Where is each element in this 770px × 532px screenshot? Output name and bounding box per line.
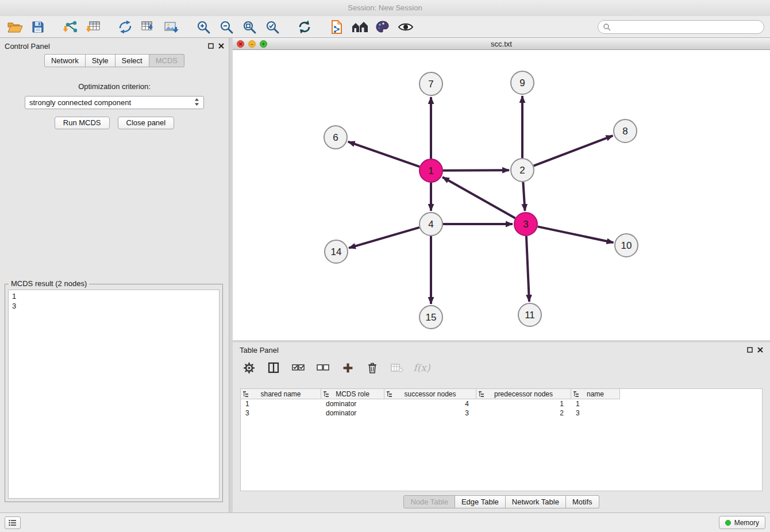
select-all-icon bbox=[292, 363, 305, 372]
style-palette-icon bbox=[375, 20, 390, 34]
zoom-selected-icon bbox=[265, 20, 280, 34]
node-label: 14 bbox=[331, 246, 342, 257]
search-field[interactable] bbox=[598, 20, 764, 34]
export-image-button[interactable] bbox=[162, 18, 180, 36]
maximize-window-button[interactable] bbox=[260, 40, 267, 48]
import-table-button[interactable] bbox=[84, 18, 102, 36]
task-history-button[interactable] bbox=[5, 516, 21, 529]
node-6[interactable]: 6 bbox=[324, 126, 347, 149]
attribute-type-icon bbox=[243, 391, 249, 397]
status-bar: Memory bbox=[0, 512, 770, 532]
minimize-window-button[interactable] bbox=[248, 40, 256, 48]
node-label: 6 bbox=[333, 132, 338, 143]
table-tab-edge-table[interactable]: Edge Table bbox=[455, 495, 506, 508]
table-row[interactable]: 1dominator411 bbox=[241, 399, 762, 408]
close-panel-button[interactable]: Close panel bbox=[118, 117, 175, 129]
node-7[interactable]: 7 bbox=[419, 72, 442, 95]
node-15[interactable]: 15 bbox=[419, 306, 442, 329]
column-header-label: MCDS role bbox=[336, 390, 369, 398]
zoom-selected-button[interactable] bbox=[263, 18, 282, 36]
zoom-in-button[interactable] bbox=[194, 18, 213, 36]
mcds-result-title: MCDS result (2 nodes) bbox=[9, 279, 89, 288]
open-session-button[interactable] bbox=[6, 18, 24, 36]
node-10[interactable]: 10 bbox=[615, 234, 638, 257]
delete-column-icon bbox=[391, 363, 403, 373]
delete-column-button[interactable] bbox=[390, 361, 404, 375]
select-all-button[interactable] bbox=[291, 361, 305, 375]
open-network-view-button[interactable] bbox=[328, 18, 346, 36]
memory-button[interactable]: Memory bbox=[719, 516, 765, 529]
table-tab-motifs[interactable]: Motifs bbox=[566, 495, 599, 508]
zoom-fit-button[interactable] bbox=[240, 18, 259, 36]
delete-row-button[interactable] bbox=[365, 361, 379, 375]
edge-3-11[interactable] bbox=[526, 236, 529, 302]
column-header-MCDS-role[interactable]: MCDS role bbox=[321, 389, 384, 399]
node-1[interactable]: 1 bbox=[419, 159, 442, 182]
edge-2-3[interactable] bbox=[523, 182, 525, 211]
tab-mcds[interactable]: MCDS bbox=[149, 54, 184, 67]
float-table-panel-icon[interactable] bbox=[747, 346, 753, 354]
add-row-button[interactable] bbox=[341, 361, 355, 375]
table-tab-node-table[interactable]: Node Table bbox=[403, 495, 455, 508]
close-table-panel-icon[interactable] bbox=[757, 346, 763, 354]
tab-network[interactable]: Network bbox=[44, 54, 86, 67]
edge-1-2[interactable] bbox=[443, 170, 509, 171]
column-header-shared-name[interactable]: shared name bbox=[241, 389, 321, 399]
column-header-name[interactable]: name bbox=[571, 389, 620, 399]
import-network-button[interactable] bbox=[61, 18, 79, 36]
zoom-in-icon bbox=[196, 20, 211, 34]
edge-3-10[interactable] bbox=[538, 226, 614, 242]
edge-1-6[interactable] bbox=[348, 142, 419, 167]
export-table-button[interactable] bbox=[139, 18, 157, 36]
refresh-view-button[interactable] bbox=[295, 18, 314, 36]
main-toolbar bbox=[0, 16, 770, 38]
node-label: 8 bbox=[622, 126, 627, 137]
show-graphics-details-button[interactable] bbox=[396, 18, 415, 36]
function-builder-button[interactable]: f(x) bbox=[415, 361, 429, 375]
table-cell: 1 bbox=[241, 400, 321, 408]
table-tab-network-table[interactable]: Network Table bbox=[506, 495, 566, 508]
node-4[interactable]: 4 bbox=[419, 213, 442, 236]
node-label: 3 bbox=[523, 219, 528, 230]
mcds-result-list[interactable]: 13 bbox=[8, 290, 220, 499]
node-table-body: 1dominator4113dominator323 bbox=[241, 399, 762, 418]
node-11[interactable]: 11 bbox=[518, 303, 541, 326]
search-input[interactable] bbox=[614, 22, 759, 32]
table-cell: 1 bbox=[476, 400, 571, 408]
table-settings-button[interactable] bbox=[242, 361, 256, 375]
table-panel: Table Panel bbox=[233, 342, 770, 512]
node-14[interactable]: 14 bbox=[325, 240, 348, 263]
home-layout-button[interactable] bbox=[351, 18, 369, 36]
table-row[interactable]: 3dominator323 bbox=[241, 408, 762, 418]
node-label: 7 bbox=[428, 79, 433, 90]
node-2[interactable]: 2 bbox=[511, 159, 534, 182]
run-mcds-button[interactable]: Run MCDS bbox=[55, 117, 110, 129]
criterion-dropdown[interactable]: strongly connected component bbox=[25, 96, 204, 109]
save-session-button[interactable] bbox=[29, 18, 47, 36]
close-window-button[interactable] bbox=[237, 40, 244, 48]
deselect-all-button[interactable] bbox=[316, 361, 330, 375]
deselect-all-icon bbox=[317, 363, 329, 372]
mcds-result-item: 3 bbox=[12, 301, 215, 311]
node-9[interactable]: 9 bbox=[511, 71, 534, 94]
edge-4-14[interactable] bbox=[349, 228, 419, 248]
attribute-type-icon bbox=[479, 391, 484, 397]
node-8[interactable]: 8 bbox=[614, 119, 637, 142]
tab-style[interactable]: Style bbox=[86, 54, 116, 67]
zoom-out-button[interactable] bbox=[217, 18, 236, 36]
create-column-button[interactable] bbox=[267, 361, 280, 375]
apply-style-button[interactable] bbox=[374, 18, 392, 36]
float-panel-icon[interactable] bbox=[208, 42, 214, 51]
column-header-predecessor-nodes[interactable]: predecessor nodes bbox=[476, 389, 571, 399]
network-canvas[interactable]: 7968124314101511 bbox=[233, 50, 770, 340]
close-panel-icon[interactable] bbox=[218, 42, 224, 51]
column-header-successor-nodes[interactable]: successor nodes bbox=[384, 389, 476, 399]
mcds-result-item: 1 bbox=[12, 291, 215, 301]
node-table-header: shared nameMCDS rolesuccessor nodesprede… bbox=[241, 389, 762, 399]
edge-2-8[interactable] bbox=[534, 136, 613, 165]
export-network-button[interactable] bbox=[116, 18, 134, 36]
node-3[interactable]: 3 bbox=[514, 213, 537, 236]
tab-select[interactable]: Select bbox=[116, 54, 149, 67]
control-panel-title: Control Panel bbox=[5, 42, 50, 51]
edge-3-1[interactable] bbox=[442, 177, 515, 218]
